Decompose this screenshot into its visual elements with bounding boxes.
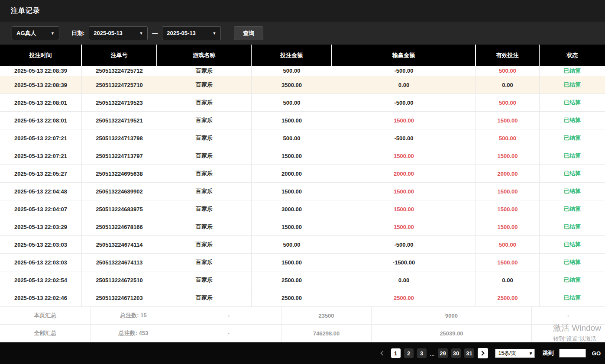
page-button-31[interactable]: 31 xyxy=(464,348,474,358)
page-size-select[interactable]: 15条/页 ▼ xyxy=(495,349,535,358)
bet-no-cell: 250513224674113 xyxy=(82,254,157,271)
bet-no-cell: 250513224719521 xyxy=(82,112,157,129)
page-button-30[interactable]: 30 xyxy=(451,348,461,358)
status-cell: 已结算 xyxy=(540,271,605,289)
bet-amount-cell: 500.00 xyxy=(252,129,332,147)
bet-amount-cell: 500.00 xyxy=(252,236,332,253)
chevron-down-icon: ▼ xyxy=(212,31,216,35)
bet-no-cell: 250513224672510 xyxy=(82,271,157,289)
game-name-cell: 百家乐 xyxy=(157,66,252,76)
jump-label: 跳到 xyxy=(543,349,554,357)
column-header: 输赢金额 xyxy=(332,45,476,66)
prev-page-button[interactable] xyxy=(377,348,388,358)
column-header: 投注金额 xyxy=(252,45,332,66)
summary-count-cell: 总注数: 453 xyxy=(91,325,176,342)
bet-time-cell: 2025-05-13 22:04:48 xyxy=(0,183,82,200)
bet-no-cell: 250513224695638 xyxy=(82,165,157,182)
table-row: 2025-05-13 22:08:01250513224719521百家乐150… xyxy=(0,112,605,129)
jump-page-input[interactable] xyxy=(559,349,586,358)
winloss-cell: 1500.00 xyxy=(332,112,476,129)
page-button-29[interactable]: 29 xyxy=(438,348,447,358)
date-from-select[interactable]: 2025-05-13 ▼ xyxy=(89,26,148,40)
bet-no-cell: 250513224674114 xyxy=(82,236,157,253)
game-name-cell: 百家乐 xyxy=(157,271,252,289)
pagination-bar: 123...293031 15条/页 ▼ 跳到 GO xyxy=(0,342,605,364)
bet-no-cell: 250513224719523 xyxy=(82,94,157,111)
valid-bet-cell: 0.00 xyxy=(476,271,540,289)
summary-section: 本页汇总总注数: 15-235009000-全部汇总总注数: 453-74629… xyxy=(0,307,605,342)
column-header: 投注时间 xyxy=(0,45,82,66)
summary-game-cell: - xyxy=(176,307,281,324)
bet-no-cell: 250513224678166 xyxy=(82,218,157,235)
game-name-cell: 百家乐 xyxy=(157,200,252,218)
status-cell: 已结算 xyxy=(540,66,605,76)
bet-no-cell: 250513224689902 xyxy=(82,183,157,200)
table-row: 2025-05-13 22:08:39250513224725710百家乐350… xyxy=(0,76,605,94)
winloss-cell: 2000.00 xyxy=(332,165,476,182)
page-button-3[interactable]: 3 xyxy=(417,348,427,358)
valid-bet-cell: 0.00 xyxy=(476,76,540,93)
status-cell: 已结算 xyxy=(540,183,605,200)
table-row: 2025-05-13 22:02:54250513224672510百家乐250… xyxy=(0,271,605,289)
winloss-cell: 0.00 xyxy=(332,271,476,289)
pagination-ellipsis: ... xyxy=(430,351,435,358)
bet-time-cell: 2025-05-13 22:03:29 xyxy=(0,218,82,235)
table-row: 2025-05-13 22:05:27250513224695638百家乐200… xyxy=(0,165,605,183)
go-button[interactable]: GO xyxy=(592,350,601,357)
page-button-2[interactable]: 2 xyxy=(404,348,414,358)
chevron-down-icon: ▼ xyxy=(51,31,55,35)
bet-amount-cell: 3000.00 xyxy=(252,200,332,218)
chevron-down-icon: ▼ xyxy=(139,31,143,35)
bet-time-cell: 2025-05-13 22:02:54 xyxy=(0,271,82,289)
bet-time-cell: 2025-05-13 22:07:21 xyxy=(0,147,82,164)
next-page-button[interactable] xyxy=(478,348,488,358)
bet-amount-cell: 500.00 xyxy=(252,66,332,76)
status-cell: 已结算 xyxy=(540,200,605,218)
column-header: 有效投注 xyxy=(476,45,540,66)
bet-amount-cell: 2500.00 xyxy=(252,289,332,306)
page-buttons: 123...293031 xyxy=(391,348,474,358)
bet-time-cell: 2025-05-13 22:08:01 xyxy=(0,94,82,111)
winloss-cell: 1500.00 xyxy=(332,200,476,218)
winloss-cell: -500.00 xyxy=(332,94,476,111)
summary-game-cell: - xyxy=(176,325,281,342)
game-name-cell: 百家乐 xyxy=(157,147,252,164)
column-header: 状态 xyxy=(540,45,605,66)
summary-count-cell: 总注数: 15 xyxy=(91,307,176,324)
valid-bet-cell: 2500.00 xyxy=(476,289,540,306)
game-name-cell: 百家乐 xyxy=(157,218,252,235)
table-row: 2025-05-13 22:03:29250513224678166百家乐150… xyxy=(0,218,605,236)
game-name-cell: 百家乐 xyxy=(157,289,252,306)
game-type-select[interactable]: AG真人 ▼ xyxy=(12,26,59,40)
bet-amount-cell: 2500.00 xyxy=(252,271,332,289)
summary-row: 全部汇总总注数: 453-746298.0025039.00 xyxy=(0,325,605,342)
bet-time-cell: 2025-05-13 22:07:21 xyxy=(0,129,82,147)
status-cell: 已结算 xyxy=(540,236,605,253)
column-header: 游戏名称 xyxy=(157,45,252,66)
filter-bar: AG真人 ▼ 日期: 2025-05-13 ▼ — 2025-05-13 ▼ 查… xyxy=(0,22,605,45)
winloss-cell: -500.00 xyxy=(332,236,476,253)
date-to-select[interactable]: 2025-05-13 ▼ xyxy=(162,26,221,40)
table-row: 2025-05-13 22:04:07250513224683975百家乐300… xyxy=(0,200,605,218)
valid-bet-cell: 1500.00 xyxy=(476,183,540,200)
chevron-left-icon xyxy=(380,351,385,355)
status-cell: 已结算 xyxy=(540,94,605,111)
bet-time-cell: 2025-05-13 22:03:03 xyxy=(0,254,82,271)
game-type-value: AG真人 xyxy=(16,29,36,37)
bet-amount-cell: 500.00 xyxy=(252,94,332,111)
bet-time-cell: 2025-05-13 22:05:27 xyxy=(0,165,82,182)
query-button[interactable]: 查询 xyxy=(234,26,263,40)
bet-time-cell: 2025-05-13 22:08:39 xyxy=(0,66,82,76)
game-name-cell: 百家乐 xyxy=(157,183,252,200)
valid-bet-cell: 500.00 xyxy=(476,129,540,147)
bet-no-cell: 250513224725712 xyxy=(82,66,157,76)
page-button-1[interactable]: 1 xyxy=(391,348,401,358)
column-header: 注单号 xyxy=(82,45,157,66)
status-cell: 已结算 xyxy=(540,76,605,93)
table-row: 2025-05-13 22:07:21250513224713797百家乐150… xyxy=(0,147,605,165)
table-row: 2025-05-13 22:03:03250513224674114百家乐500… xyxy=(0,236,605,254)
bet-records-app: 注单记录 AG真人 ▼ 日期: 2025-05-13 ▼ — 2025-05-1… xyxy=(0,0,605,342)
bet-amount-cell: 3500.00 xyxy=(252,76,332,93)
date-range-separator: — xyxy=(152,30,158,36)
valid-bet-cell: 500.00 xyxy=(476,66,540,76)
